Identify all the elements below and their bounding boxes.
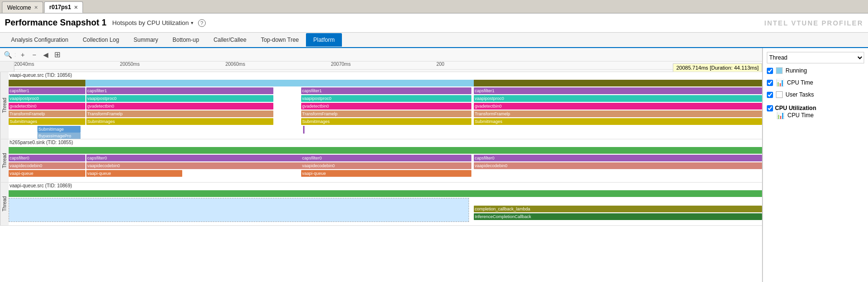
lane-olive-right <box>474 80 762 86</box>
timeline-area: 🔍 : + − ◀ ⊞ 20040ms 20050ms 20060ms 2007… <box>0 48 762 282</box>
cpu-time-sub-icon: 📊 <box>776 111 785 119</box>
right-panel: Thread Running 📊 CPU Time User Tasks CPU… <box>762 48 868 282</box>
tab-summary[interactable]: Summary <box>126 33 165 47</box>
lane-vq-2: vaapi-queue <box>86 170 182 177</box>
zoom-out-button[interactable]: − <box>29 50 39 60</box>
running-color-swatch <box>776 67 783 74</box>
analysis-type-label: Hotspots by CPU Utilization <box>112 19 189 26</box>
running-bar-10855-r <box>474 147 762 154</box>
thread-content-10869[interactable]: vaapi-queue.src (TID: 10869) completion_… <box>9 183 762 225</box>
lane-capsfilter1-3: capsfilter1 <box>301 87 471 94</box>
lane-vaapi-1: vaapipostproc0 <box>9 95 85 102</box>
user-tasks-label: User Tasks <box>786 91 814 98</box>
lane-bypass: BypassImagePro <box>37 133 81 139</box>
info-icon[interactable]: ? <box>198 19 206 27</box>
blue-region-10869 <box>9 198 469 222</box>
lane-transform-2: TransformFramelp <box>86 110 273 117</box>
lane-callback: completion_callback_lambda <box>474 206 762 212</box>
lane-vaapi-right: vaapipostproc0 <box>474 95 762 102</box>
page-title: Performance Snapshot 1 <box>5 18 106 28</box>
cpu-util-label-text: CPU Utilization <box>775 105 816 111</box>
tab-caller-callee[interactable]: Caller/Callee <box>206 33 254 47</box>
thread-label-10855: Thread <box>0 139 9 182</box>
user-tasks-color-swatch <box>776 91 783 98</box>
lane-submit-3: SubmitImages <box>301 118 471 125</box>
cpu-util-section: CPU Utilization 📊 CPU Time <box>767 105 864 119</box>
thread-name-10856: vaapi-queue.src (TID: 10856) <box>10 73 72 78</box>
lane-olive-left <box>9 80 85 86</box>
thread-label-10869: Thread <box>0 183 9 225</box>
lane-signal <box>303 126 305 134</box>
tab-bar: Welcome ✕ r017ps1 ✕ <box>0 0 868 13</box>
lane-cap0-3: capsfilter0 <box>301 155 471 161</box>
lane-cap0-1: capsfilter0 <box>9 155 85 161</box>
cpu-time-icon: 📊 <box>776 79 784 86</box>
tab-platform[interactable]: Platform <box>306 33 342 47</box>
cpu-time-sub-label: CPU Time <box>787 112 814 119</box>
tab-collection-log[interactable]: Collection Log <box>75 33 126 47</box>
lane-gva-1: gvadetectbin0 <box>9 103 85 110</box>
cpu-time-checkbox[interactable] <box>767 80 773 86</box>
thread-dropdown[interactable]: Thread <box>767 52 864 63</box>
user-tasks-checkbox-row: User Tasks <box>767 91 864 98</box>
threads-container: Thread vaapi-queue.src (TID: 10856) caps… <box>0 72 762 282</box>
header-subtitle: Hotspots by CPU Utilization ▾ ? <box>112 19 206 27</box>
thread-content-10856[interactable]: vaapi-queue.src (TID: 10856) capsfilter1… <box>9 72 762 139</box>
toolbar: 🔍 : + − ◀ ⊞ <box>0 48 762 61</box>
ruler-mark-2: 20050ms <box>120 61 140 67</box>
lane-submit-2: SubmitImages <box>86 118 273 125</box>
lane-dec-3: vaapidecodebin0 <box>301 162 471 169</box>
fit-left-button[interactable]: ◀ <box>41 50 50 60</box>
tab-r017ps1-close[interactable]: ✕ <box>74 5 78 10</box>
thread-label-10856: Thread <box>0 72 9 139</box>
header: Performance Snapshot 1 Hotspots by CPU U… <box>0 13 868 33</box>
running-bar-10869 <box>9 190 762 197</box>
lane-capsfilter1-1: capsfilter1 <box>9 87 85 94</box>
lane-transform-1: TransformFramelp <box>9 110 85 117</box>
lane-transform-3: TransformFramelp <box>301 110 471 117</box>
lane-gva-3: gvadetectbin0 <box>301 103 471 110</box>
tab-welcome[interactable]: Welcome ✕ <box>2 1 43 13</box>
nav-tabs: Analysis Configuration Collection Log Su… <box>0 33 868 48</box>
lane-capsfilter1-right: capsfilter1 <box>474 87 762 94</box>
lane-inference: InferenceCompletionCallback <box>474 213 762 220</box>
ruler-mark-3: 20060ms <box>225 61 245 67</box>
tab-welcome-label: Welcome <box>7 4 31 11</box>
thread-row-10869: Thread vaapi-queue.src (TID: 10869) comp… <box>0 183 762 226</box>
user-tasks-checkbox[interactable] <box>767 92 773 98</box>
lane-vq-3: vaapi-queue <box>301 170 471 177</box>
cpu-time-checkbox-row: 📊 CPU Time <box>767 79 864 86</box>
time-tooltip: 20085.714ms [Duration: 44.113ms] <box>673 63 762 72</box>
cpu-time-label: CPU Time <box>787 79 813 86</box>
cpu-util-row: CPU Utilization <box>767 105 864 111</box>
ruler-mark-5: 200 <box>436 61 445 67</box>
tab-analysis-config[interactable]: Analysis Configuration <box>4 33 75 47</box>
lane-gva-right: gvadetectbin0 <box>474 103 762 110</box>
running-checkbox-row: Running <box>767 67 864 74</box>
tab-r017ps1[interactable]: r017ps1 ✕ <box>44 1 83 13</box>
tab-top-down-tree[interactable]: Top-down Tree <box>254 33 306 47</box>
tab-bottom-up[interactable]: Bottom-up <box>165 33 206 47</box>
intel-logo: INTEL VTUNE PROFILER <box>764 19 863 27</box>
cpu-util-checkbox[interactable] <box>767 105 773 111</box>
lane-cap0-4: capsfilter0 <box>474 155 762 161</box>
analysis-type-dropdown-icon[interactable]: ▾ <box>191 20 193 25</box>
thread-name-10855: h265parse0.sink (TID: 10855) <box>10 140 73 145</box>
main-content: 🔍 : + − ◀ ⊞ 20040ms 20050ms 20060ms 2007… <box>0 48 868 282</box>
lane-vq-1: vaapi-queue <box>9 170 85 177</box>
thread-content-10855[interactable]: h265parse0.sink (TID: 10855) capsfilter0… <box>9 139 762 182</box>
tab-r017ps1-label: r017ps1 <box>49 4 71 11</box>
lane-gva-2: gvadetectbin0 <box>86 103 273 110</box>
zoom-in-button[interactable]: + <box>18 50 27 60</box>
lane-submitimage: SubmitImage <box>37 126 81 133</box>
running-checkbox[interactable] <box>767 68 773 74</box>
ruler-content: 20040ms 20050ms 20060ms 20070ms 200 2008… <box>14 61 762 72</box>
cpu-time-sub-row: 📊 CPU Time <box>776 111 864 119</box>
lane-dec-4: vaapidecodebin0 <box>474 162 762 169</box>
fit-all-button[interactable]: ⊞ <box>52 50 62 60</box>
running-label: Running <box>786 67 807 74</box>
lane-transform-right: TransformFramelp <box>474 110 762 117</box>
tab-welcome-close[interactable]: ✕ <box>34 5 38 10</box>
search-button[interactable]: 🔍 <box>3 50 12 60</box>
lane-submit-1: SubmitImages <box>9 118 85 125</box>
